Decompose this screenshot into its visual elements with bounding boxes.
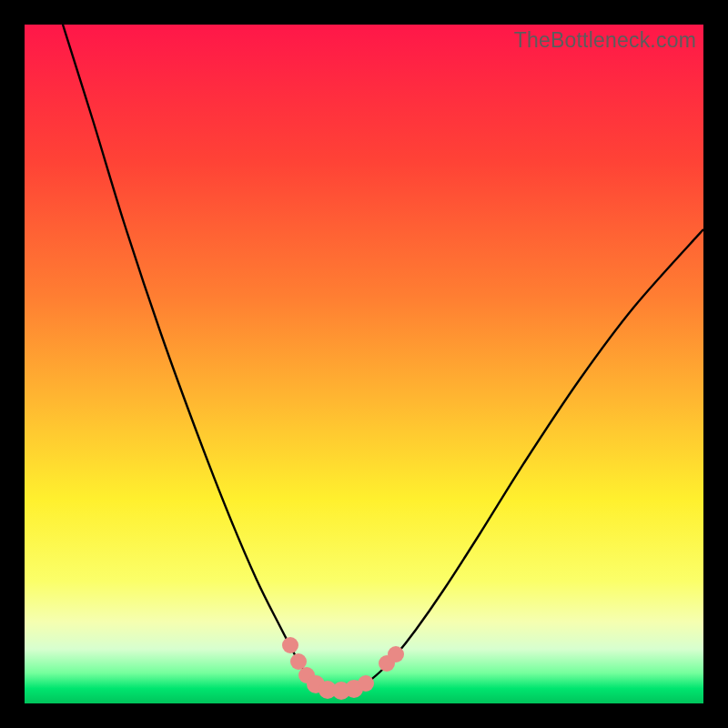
trough-marker	[388, 646, 404, 662]
watermark-text: TheBottleneck.com	[514, 28, 696, 53]
curve-path	[63, 25, 703, 691]
trough-marker	[290, 653, 307, 670]
bottleneck-curve	[25, 25, 703, 703]
chart-plot-area: TheBottleneck.com	[25, 25, 703, 703]
trough-marker	[358, 675, 374, 692]
trough-marker	[282, 637, 298, 653]
